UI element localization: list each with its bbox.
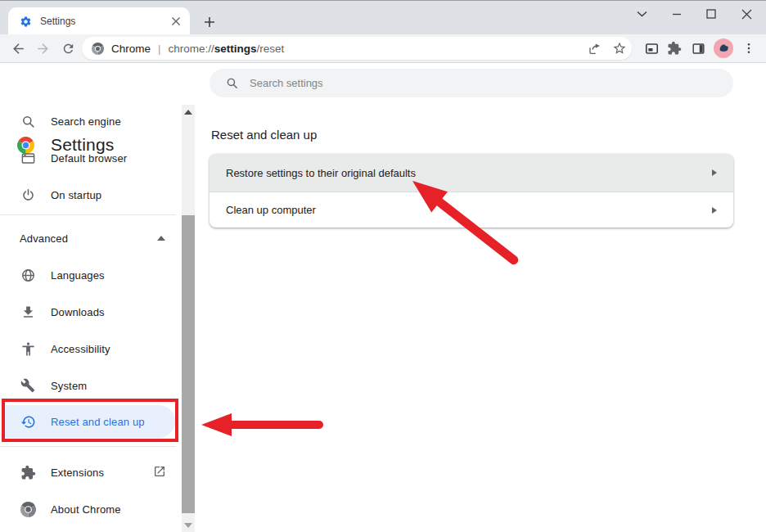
external-link-icon [153,465,166,478]
sidebar-item-default-browser[interactable]: Default browser [0,142,175,174]
settings-page: Settings Search engine Default browser O… [0,63,766,532]
side-panel-icon[interactable] [688,38,708,58]
row-label: Restore settings to their original defau… [226,167,416,179]
globe-icon [20,267,36,283]
site-label: Chrome [111,43,151,55]
advanced-label: Advanced [20,232,68,245]
browser-window-icon [20,150,36,166]
history-icon [20,413,36,430]
sidebar-item-reset-and-clean-up[interactable]: Reset and clean up [3,405,175,438]
power-icon [20,187,36,203]
tab-title: Settings [40,16,169,27]
row-restore-settings[interactable]: Restore settings to their original defau… [210,154,733,192]
sidebar-item-label: Extensions [51,467,104,479]
close-icon[interactable] [730,2,763,25]
sidebar-divider [0,214,176,215]
chevron-up-icon [157,236,165,241]
chevron-right-icon [712,207,717,214]
url-host: settings [214,43,257,55]
chevron-down-icon[interactable] [625,2,658,25]
new-tab-plus-icon[interactable] [199,11,220,33]
sidebar-item-label: System [51,380,87,392]
sidebar-item-label: Downloads [51,306,105,318]
search-icon [225,76,239,90]
sidebar-item-label: On startup [51,189,101,201]
section-title: Reset and clean up [211,128,317,142]
reload-icon[interactable] [58,38,78,58]
accessibility-icon [20,340,36,357]
close-icon[interactable] [169,14,183,29]
sidebar-advanced-toggle[interactable]: Advanced [0,222,175,255]
chrome-logo-gray-icon [20,501,36,517]
url-scheme: chrome:// [168,43,214,55]
url-separator: | [151,43,168,55]
url-text: Chrome | chrome:// settings /reset [111,43,284,55]
extensions-puzzle-icon[interactable] [665,38,684,58]
sidebar-item-system[interactable]: System [0,369,175,402]
sidebar-item-about-chrome[interactable]: About Chrome [0,493,175,525]
three-dot-menu-icon[interactable] [739,38,759,58]
sidebar-item-label: Default browser [51,152,127,165]
scrollbar-thumb[interactable] [182,215,195,513]
download-icon [20,304,36,320]
picture-in-picture-icon[interactable] [642,38,661,58]
chrome-logo-gray-icon [92,43,104,55]
bookmark-star-icon[interactable] [610,38,629,58]
maximize-icon[interactable] [695,2,728,25]
row-label: Clean up computer [226,204,316,216]
profile-avatar[interactable] [714,38,733,58]
puzzle-icon [20,464,36,480]
row-clean-up-computer[interactable]: Clean up computer [210,192,733,228]
scroll-down-icon[interactable] [184,523,192,528]
sidebar-divider [0,446,176,447]
back-arrow-icon[interactable] [8,38,28,58]
sidebar-item-accessibility[interactable]: Accessibility [0,332,175,365]
chevron-right-icon [712,169,717,176]
sidebar-item-label: Accessibility [51,343,110,355]
reset-card: Restore settings to their original defau… [210,154,733,228]
share-icon[interactable] [585,38,605,58]
scroll-up-icon[interactable] [184,110,192,115]
tab-settings[interactable]: Settings [8,7,190,35]
sidebar-item-label: Search engine [51,115,121,128]
url-path: /reset [256,43,284,55]
tab-strip: Settings [0,0,766,34]
sidebar-item-search-engine[interactable]: Search engine [0,105,175,138]
sidebar-item-extensions[interactable]: Extensions [0,456,175,489]
sidebar-item-label: About Chrome [51,503,121,516]
address-bar[interactable]: Chrome | chrome:// settings /reset [82,37,632,60]
sidebar-item-label: Languages [51,269,105,282]
sidebar-scrollbar[interactable] [182,105,195,532]
forward-arrow-icon[interactable] [33,38,52,58]
minimize-icon[interactable] [660,2,693,25]
sidebar-item-label: Reset and clean up [51,416,145,428]
sidebar-item-downloads[interactable]: Downloads [0,295,175,328]
settings-search[interactable] [210,69,733,97]
sidebar-item-languages[interactable]: Languages [0,259,175,291]
settings-gear-icon [20,16,32,28]
search-icon [20,113,36,129]
search-input[interactable] [250,77,675,89]
browser-window: Settings [0,0,766,532]
sidebar-item-on-startup[interactable]: On startup [0,178,175,211]
wrench-icon [20,377,36,394]
